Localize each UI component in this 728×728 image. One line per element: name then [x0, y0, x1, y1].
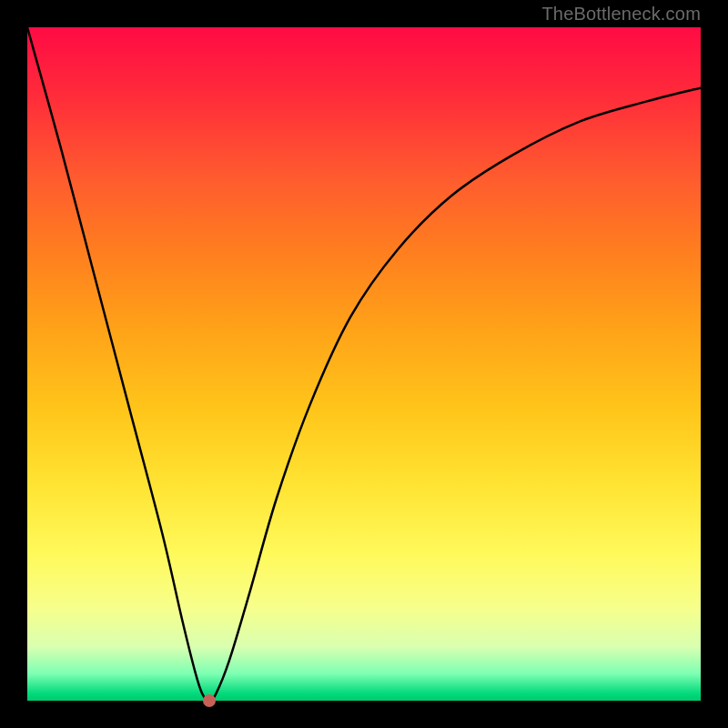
plot-area [27, 27, 701, 701]
optimum-marker [203, 694, 216, 707]
bottleneck-curve [27, 27, 701, 701]
chart-frame: TheBottleneck.com [0, 0, 728, 728]
watermark-text: TheBottleneck.com [541, 4, 701, 25]
